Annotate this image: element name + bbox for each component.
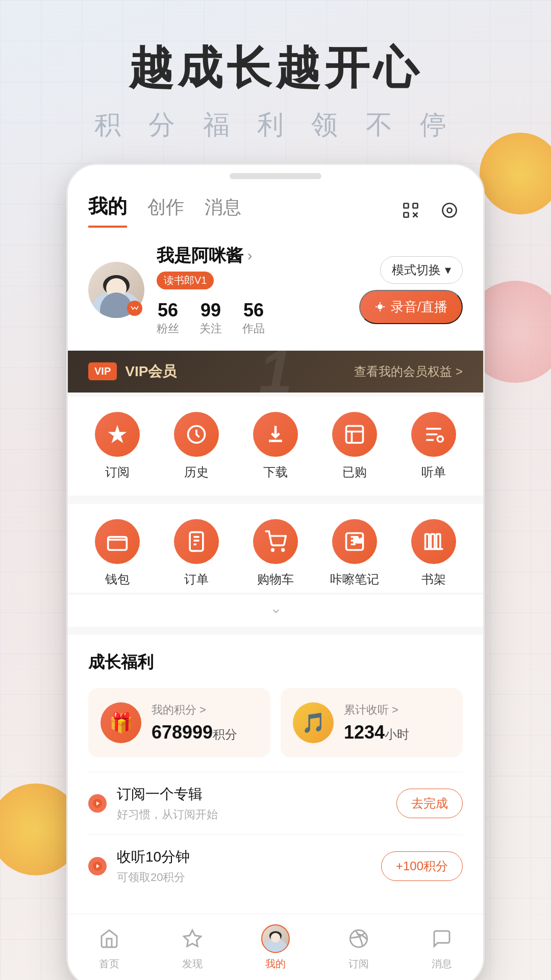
followers-count: 56 (157, 300, 179, 321)
hero-section: 越成长越开心 积 分 福 利 领 不 停 (0, 0, 551, 163)
cart-label: 购物车 (257, 571, 294, 587)
works-stat: 56 作品 (242, 300, 265, 336)
mode-switch-label: 模式切换 (392, 262, 441, 278)
icon-orders[interactable]: 订单 (166, 519, 227, 587)
svg-marker-39 (184, 930, 201, 946)
task-listen-btn[interactable]: +100积分 (381, 851, 463, 881)
mode-switch-arrow: ▾ (445, 263, 451, 277)
svg-rect-2 (404, 213, 409, 217)
nav-home-label: 首页 (99, 957, 119, 971)
points-card[interactable]: 🎁 我的积分 > 678999积分 (88, 688, 270, 757)
vip-benefits[interactable]: 查看我的会员权益 > (354, 363, 463, 380)
profile-name-row: 我是阿咪酱 › (157, 244, 347, 267)
playlist-icon (411, 412, 456, 457)
profile-tag: 读书郎V1 (157, 272, 214, 289)
bookshelf-icon (411, 519, 456, 564)
following-count: 99 (199, 300, 222, 321)
svg-point-5 (443, 204, 457, 217)
profile-section: 我是阿咪酱 › 读书郎V1 56 粉丝 99 关注 (68, 228, 483, 351)
record-live-label: 录音/直播 (391, 298, 447, 316)
points-info: 我的积分 > 678999积分 (152, 702, 237, 743)
listening-value: 1234小时 (344, 722, 409, 743)
nav-subscribe-label: 订阅 (348, 957, 369, 971)
nav-discover[interactable]: 发现 (178, 924, 207, 971)
nav-home[interactable]: 首页 (95, 924, 123, 971)
download-icon (253, 412, 298, 457)
avatar[interactable] (88, 262, 144, 318)
icon-cart[interactable]: 购物车 (245, 519, 306, 587)
svg-point-6 (447, 208, 452, 213)
icon-history[interactable]: 历史 (166, 412, 227, 480)
record-live-button[interactable]: 录音/直播 (359, 290, 463, 324)
task-item-listen: 收听10分钟 可领取20积分 +100积分 (88, 835, 463, 897)
nav-profile-label: 我的 (265, 957, 286, 971)
bottom-nav: 首页 发现 (68, 914, 483, 980)
tab-create[interactable]: 创作 (147, 195, 184, 226)
icon-subscribe[interactable]: 订阅 (87, 412, 148, 480)
app-header: 我的 创作 消息 (68, 179, 483, 228)
download-label: 下载 (263, 464, 288, 480)
task-subscribe-title: 订阅一个专辑 (117, 785, 396, 804)
listening-info: 累计收听 > 1234小时 (344, 702, 409, 743)
svg-point-21 (437, 436, 443, 442)
history-icon (174, 412, 219, 457)
icon-purchased[interactable]: 已购 (324, 412, 385, 480)
profile-name: 我是阿咪酱 (157, 244, 243, 267)
icon-download[interactable]: 下载 (245, 412, 306, 480)
task-subscribe-btn[interactable]: 去完成 (396, 789, 463, 818)
expand-row[interactable]: ⌄ (68, 595, 483, 627)
hero-subtitle: 积 分 福 利 领 不 停 (31, 107, 520, 143)
followers-label: 粉丝 (157, 322, 179, 335)
nav-subscribe[interactable]: 订阅 (344, 924, 373, 971)
listening-card[interactable]: 🎵 累计收听 > 1234小时 (281, 688, 463, 757)
nav-profile[interactable]: 我的 (261, 924, 290, 971)
icon-wallet[interactable]: 钱包 (87, 519, 148, 587)
mode-buttons: 模式切换 ▾ 录音/直播 (359, 256, 463, 324)
nav-discover-label: 发现 (182, 957, 203, 971)
svg-rect-0 (404, 204, 409, 208)
svg-point-27 (272, 549, 274, 551)
icon-bookshelf[interactable]: 书架 (403, 519, 464, 587)
following-label: 关注 (199, 322, 222, 335)
svg-point-13 (378, 304, 383, 309)
settings-icon[interactable] (436, 197, 463, 224)
phone-mockup: 我的 创作 消息 (66, 163, 485, 980)
cart-icon (253, 519, 298, 564)
tab-message[interactable]: 消息 (205, 195, 241, 226)
notes-label: 咔嚓笔记 (330, 571, 379, 587)
hero-title: 越成长越开心 (31, 41, 520, 95)
nav-message[interactable]: 消息 (428, 924, 456, 971)
notes-icon: Ka! (332, 519, 377, 564)
tab-mine[interactable]: 我的 (88, 193, 127, 228)
icon-grid-row1: 订阅 历史 (68, 397, 483, 496)
task-listen-info: 收听10分钟 可领取20积分 (117, 847, 381, 885)
header-icons (397, 197, 463, 224)
vip-benefits-text: 查看我的会员权益 > (354, 363, 463, 380)
scan-icon[interactable] (397, 197, 424, 224)
icon-playlist[interactable]: 听单 (403, 412, 464, 480)
subscribe-nav-icon (344, 924, 373, 953)
phone-notch (230, 173, 321, 179)
points-label: 我的积分 > (152, 702, 237, 718)
purchased-label: 已购 (342, 464, 367, 480)
mode-switch-button[interactable]: 模式切换 ▾ (380, 256, 463, 284)
icon-notes[interactable]: Ka! 咔嚓笔记 (324, 519, 385, 587)
vip-bar[interactable]: VIP VIP会员 1 查看我的会员权益 > (68, 351, 483, 393)
discover-icon (178, 924, 207, 953)
svg-point-28 (282, 549, 284, 551)
svg-rect-33 (436, 534, 440, 549)
bookshelf-label: 书架 (421, 571, 446, 587)
profile-info: 我是阿咪酱 › 读书郎V1 56 粉丝 99 关注 (157, 244, 347, 336)
vip-text: VIP会员 (125, 362, 177, 381)
svg-text:Ka!: Ka! (354, 537, 363, 543)
works-count: 56 (242, 300, 265, 321)
playlist-label: 听单 (421, 464, 446, 480)
home-icon (95, 924, 123, 953)
svg-rect-1 (413, 204, 418, 208)
vip-badge (127, 301, 142, 316)
works-label: 作品 (242, 322, 265, 335)
profile-stats: 56 粉丝 99 关注 56 作品 (157, 300, 347, 336)
vip-logo: VIP (88, 362, 117, 380)
subscribe-label: 订阅 (105, 464, 130, 480)
task-subscribe-desc: 好习惯，从订阅开始 (117, 807, 396, 822)
